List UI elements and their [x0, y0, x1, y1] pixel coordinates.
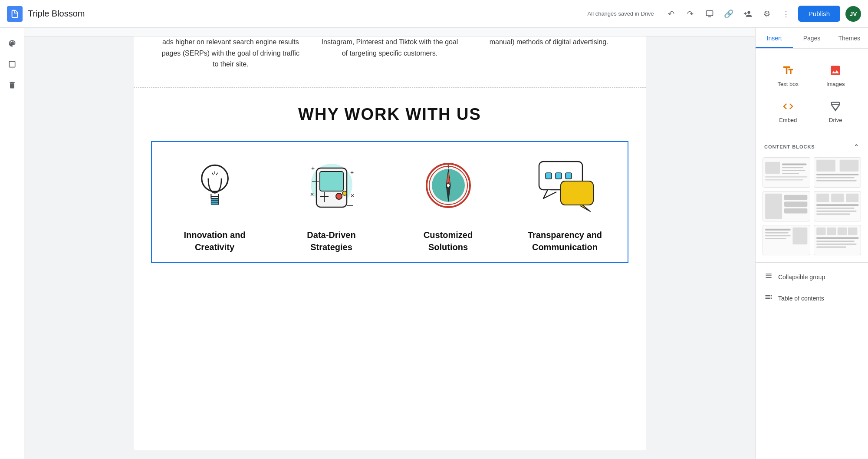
svg-rect-51: [765, 194, 782, 219]
drive-icon: [829, 99, 842, 113]
settings-button[interactable]: ⚙: [758, 5, 776, 23]
block-item-data-driven: + + ✕ ✕ — — Data-DrivenStrategies: [277, 151, 385, 253]
sidebar-tabs: Insert Pages Themes: [756, 28, 868, 49]
right-sidebar: Insert Pages Themes Text box Images: [755, 28, 868, 459]
page-content: ads higher on relevant search engine res…: [134, 36, 646, 450]
svg-point-32: [447, 184, 450, 187]
content-blocks-header: CONTENT BLOCKS ⌃: [756, 138, 868, 154]
svg-rect-47: [839, 160, 858, 172]
canvas-area: ads higher on relevant search engine res…: [24, 28, 755, 459]
customized-label: CustomizedSolutions: [424, 229, 473, 253]
svg-rect-57: [846, 194, 858, 202]
svg-rect-42: [782, 170, 805, 171]
svg-rect-61: [816, 214, 850, 215]
block-thumbnails: [756, 154, 868, 259]
insert-embed[interactable]: Embed: [764, 93, 812, 129]
transparency-label: Transparency andCommunication: [528, 229, 602, 253]
svg-rect-35: [546, 173, 552, 179]
svg-rect-64: [765, 235, 790, 236]
images-icon: [829, 63, 842, 77]
svg-rect-69: [837, 228, 846, 235]
transparency-icon-wrap: [530, 151, 600, 220]
link-button[interactable]: 🔗: [720, 5, 737, 23]
why-section: WHY WORK WITH US: [134, 88, 646, 124]
svg-rect-56: [831, 194, 844, 202]
block-item-customized: CustomizedSolutions: [394, 151, 502, 253]
palette-icon[interactable]: [3, 35, 21, 52]
tab-themes[interactable]: Themes: [831, 28, 868, 48]
insert-text-box[interactable]: Text box: [764, 57, 812, 93]
toc-label: Table of contents: [778, 295, 824, 302]
svg-rect-48: [816, 174, 858, 175]
svg-rect-44: [765, 176, 807, 178]
svg-rect-0: [706, 10, 713, 16]
sidebar-divider: [756, 262, 868, 263]
app-logo: [7, 6, 23, 22]
svg-rect-37: [566, 173, 572, 179]
svg-rect-12: [211, 202, 218, 205]
embed-icon: [781, 99, 795, 113]
block-thumb-6[interactable]: [814, 225, 861, 255]
partial-col-3: manual) methods of digital advertising.: [469, 36, 628, 70]
block-thumb-3[interactable]: [763, 191, 810, 221]
content-blocks-label: CONTENT BLOCKS: [764, 144, 815, 149]
toc-icon: [764, 293, 773, 304]
svg-rect-62: [765, 229, 790, 231]
ruler: [24, 28, 755, 36]
insert-drive[interactable]: Drive: [812, 93, 860, 129]
pages-icon[interactable]: [3, 56, 21, 73]
svg-rect-55: [816, 194, 829, 202]
svg-point-2: [201, 165, 228, 192]
block-thumb-4[interactable]: [814, 191, 861, 221]
svg-rect-45: [765, 179, 803, 181]
embed-label: Embed: [779, 117, 797, 123]
text-box-label: Text box: [778, 81, 799, 87]
collapsible-group-item[interactable]: Collapsible group: [756, 266, 868, 287]
delete-icon[interactable]: [3, 76, 21, 94]
images-label: Images: [826, 81, 845, 87]
svg-rect-72: [816, 241, 854, 242]
content-block-selected[interactable]: Innovation andCreativity: [151, 141, 628, 263]
block-thumb-1[interactable]: [763, 157, 810, 188]
redo-button[interactable]: ↷: [682, 5, 699, 23]
insert-images[interactable]: Images: [812, 57, 860, 93]
block-thumb-5[interactable]: [763, 225, 810, 255]
svg-rect-49: [816, 177, 854, 178]
main-layout: ads higher on relevant search engine res…: [0, 28, 868, 459]
innovation-icon-wrap: [180, 151, 250, 220]
svg-point-19: [342, 191, 347, 195]
tab-insert[interactable]: Insert: [756, 28, 793, 48]
toolbar-icons: ↶ ↷ 🔗 ⚙ ⋮: [663, 5, 795, 23]
svg-text:+: +: [311, 165, 315, 172]
table-of-contents-item[interactable]: Table of contents: [756, 287, 868, 309]
svg-rect-67: [816, 228, 825, 235]
tab-pages[interactable]: Pages: [793, 28, 830, 48]
preview-button[interactable]: [701, 5, 718, 23]
svg-rect-65: [765, 238, 786, 239]
chevron-up-icon[interactable]: ⌃: [854, 143, 859, 150]
add-person-button[interactable]: [739, 5, 756, 23]
svg-rect-40: [782, 164, 806, 165]
customized-icon-wrap: [414, 151, 483, 220]
undo-button[interactable]: ↶: [663, 5, 680, 23]
svg-rect-63: [765, 232, 788, 234]
partial-col-2: Instagram, Pinterest and Tiktok with the…: [310, 36, 470, 70]
block-item-transparency: Transparency andCommunication: [511, 151, 619, 253]
svg-point-18: [336, 193, 342, 199]
document-title: Triple Blossom: [28, 9, 85, 19]
svg-rect-66: [792, 228, 807, 244]
why-title: WHY WORK WITH US: [151, 105, 628, 124]
more-options-button[interactable]: ⋮: [777, 5, 795, 23]
partial-col-1: ads higher on relevant search engine res…: [151, 36, 310, 70]
svg-rect-36: [556, 173, 562, 179]
collapsible-icon: [764, 271, 773, 282]
left-sidebar: [0, 28, 24, 459]
svg-rect-59: [816, 208, 854, 209]
publish-button[interactable]: Publish: [798, 6, 840, 22]
block-thumb-2[interactable]: [814, 157, 861, 188]
svg-rect-70: [848, 228, 857, 235]
svg-rect-46: [816, 160, 835, 172]
svg-rect-73: [816, 244, 856, 245]
block-item-innovation: Innovation andCreativity: [161, 151, 269, 253]
avatar[interactable]: JV: [845, 6, 861, 22]
